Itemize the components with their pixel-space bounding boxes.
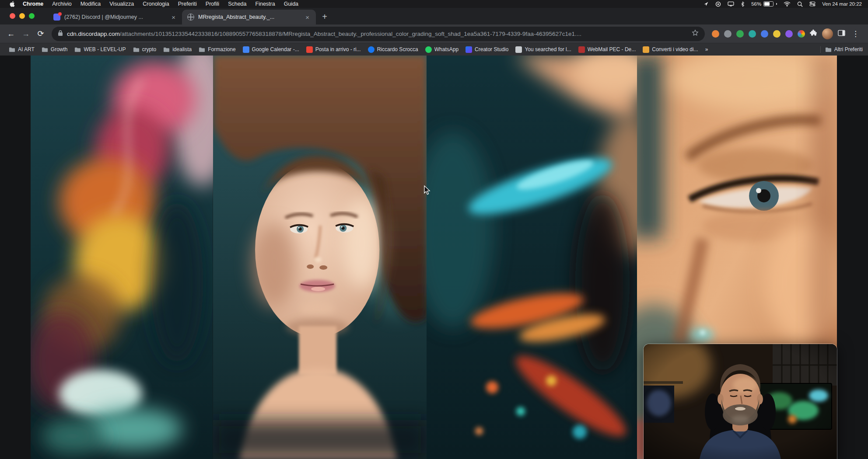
menu-item-archivio[interactable]: Archivio: [48, 1, 76, 7]
apple-menu-icon[interactable]: [6, 1, 18, 7]
menu-item-profili[interactable]: Profili: [201, 1, 224, 7]
menu-item-scheda[interactable]: Scheda: [224, 1, 251, 7]
extension-icon-1[interactable]: [712, 30, 719, 38]
display-icon[interactable]: [728, 1, 734, 7]
macos-menu-bar: Chrome Archivio Modifica Visualizza Cron…: [0, 0, 868, 8]
extensions-row: ⋮: [708, 28, 864, 39]
globe-favicon: [187, 14, 194, 21]
mouse-cursor: [424, 185, 430, 197]
close-window-button[interactable]: [10, 13, 15, 19]
folder-icon: [825, 46, 832, 53]
extension-key-icon[interactable]: [773, 30, 780, 38]
bookmark-video-converter[interactable]: Converti i video di...: [639, 45, 701, 54]
menu-item-guida[interactable]: Guida: [280, 1, 303, 7]
forward-button[interactable]: →: [18, 26, 33, 41]
page-content: [0, 55, 868, 459]
menu-item-chrome[interactable]: Chrome: [18, 1, 48, 7]
tab-discord[interactable]: (2762) Discord | @Midjourney ... ×: [48, 10, 182, 24]
tab-close-icon[interactable]: ×: [304, 14, 311, 21]
bookmark-whatsapp[interactable]: WhatsApp: [422, 45, 462, 54]
menu-status-area: 56% Ven 24 mar 20:22: [704, 1, 862, 7]
side-panel-icon[interactable]: [838, 30, 845, 38]
folder-icon: [163, 46, 170, 53]
reload-button[interactable]: ⟳: [33, 26, 48, 41]
window-controls: [10, 13, 35, 19]
bookmark-google-calendar[interactable]: Google Calendar -...: [239, 45, 303, 54]
tab-close-icon[interactable]: ×: [170, 14, 177, 21]
extension-icon-5[interactable]: [761, 30, 768, 38]
tab-image-viewer[interactable]: MRregista_Abstract_beauty._... ×: [182, 10, 316, 24]
gmail-icon: [306, 46, 313, 53]
bookmark-folder-idealista[interactable]: idealista: [160, 45, 195, 54]
menu-clock[interactable]: Ven 24 mar 20:22: [822, 1, 862, 7]
padlock-icon[interactable]: [58, 30, 63, 38]
folder-icon: [133, 46, 140, 53]
video-icon: [643, 46, 649, 53]
url-text: cdn.discordapp.com/attachments/101351233…: [67, 31, 688, 37]
webmail-icon: [578, 46, 585, 53]
bluetooth-icon[interactable]: [741, 1, 745, 7]
tab-title: MRregista_Abstract_beauty._...: [198, 14, 300, 20]
minimize-window-button[interactable]: [19, 13, 25, 19]
profile-avatar[interactable]: [822, 28, 833, 39]
whatsapp-icon: [425, 46, 432, 53]
extension-icon-4[interactable]: [749, 30, 756, 38]
google-calendar-icon: [243, 46, 249, 53]
facebook-icon: [368, 46, 374, 53]
wifi-icon[interactable]: [784, 1, 791, 7]
presenter-video: [644, 344, 837, 459]
folder-icon: [9, 46, 15, 53]
webcam-overlay[interactable]: [643, 344, 837, 459]
battery-percent: 56%: [751, 1, 761, 7]
menu-item-preferiti[interactable]: Preferiti: [174, 1, 201, 7]
bookmark-folder-formazione[interactable]: Formazione: [195, 45, 239, 54]
folder-icon: [74, 46, 81, 53]
artwork-panel-abstract-ribbon: [31, 55, 213, 459]
bookmark-search-result[interactable]: You searched for l...: [512, 45, 574, 54]
bookmark-creator-studio[interactable]: Creator Studio: [462, 45, 512, 54]
chrome-toolbar: ← → ⟳ cdn.discordapp.com/attachments/101…: [0, 24, 868, 43]
bookmark-gmail-inbox[interactable]: Posta in arrivo - ri...: [303, 45, 364, 54]
new-tab-button[interactable]: +: [318, 10, 331, 23]
chrome-tab-strip: (2762) Discord | @Midjourney ... × MRreg…: [0, 8, 868, 24]
extension-icon-2[interactable]: [724, 30, 732, 38]
folder-icon: [42, 46, 48, 53]
location-icon[interactable]: [704, 1, 709, 7]
creator-studio-icon: [466, 46, 472, 53]
menu-item-cronologia[interactable]: Cronologia: [138, 1, 173, 7]
control-center-icon[interactable]: [809, 1, 816, 7]
artwork-panel-abstract-streaks: [427, 55, 637, 459]
spotlight-icon[interactable]: [797, 1, 803, 7]
artwork-panel-portrait: [213, 55, 427, 459]
bookmark-star-icon[interactable]: [692, 29, 699, 38]
page-icon: [515, 46, 522, 53]
menu-item-visualizza[interactable]: Visualizza: [105, 1, 138, 7]
folder-icon: [199, 46, 205, 53]
status-app-icon[interactable]: [715, 1, 721, 7]
back-button[interactable]: ←: [4, 26, 18, 41]
extension-icon-3[interactable]: [736, 30, 744, 38]
bookmarks-overflow-icon[interactable]: »: [702, 46, 712, 52]
extensions-puzzle-icon[interactable]: [810, 29, 817, 38]
discord-favicon: [53, 14, 60, 21]
bookmark-folder-growth[interactable]: Growth: [38, 45, 71, 54]
bookmark-folder-crypto[interactable]: crypto: [130, 45, 160, 54]
other-bookmarks[interactable]: Altri Preferiti: [820, 46, 863, 53]
tab-title: (2762) Discord | @Midjourney ...: [64, 14, 166, 20]
menu-item-modifica[interactable]: Modifica: [76, 1, 105, 7]
zoom-window-button[interactable]: [29, 13, 35, 19]
extension-icon-6[interactable]: [785, 30, 793, 38]
menu-item-finestra[interactable]: Finestra: [251, 1, 280, 7]
address-bar[interactable]: cdn.discordapp.com/attachments/101351233…: [52, 27, 705, 41]
bookmark-folder-ai-art[interactable]: AI ART: [5, 45, 38, 54]
extension-icon-7[interactable]: [798, 30, 805, 38]
bookmark-facebook-profile[interactable]: Riccardo Scrocca: [364, 45, 422, 54]
battery-icon: [763, 1, 774, 7]
battery-indicator[interactable]: 56%: [751, 1, 777, 7]
bookmarks-bar: AI ART Growth WEB - LEVEL-UP crypto idea…: [0, 43, 868, 56]
bookmark-folder-web-level-up[interactable]: WEB - LEVEL-UP: [71, 45, 129, 54]
chrome-menu-icon[interactable]: ⋮: [850, 29, 861, 38]
bookmark-webmail-pec[interactable]: WebMail PEC - De...: [575, 45, 639, 54]
